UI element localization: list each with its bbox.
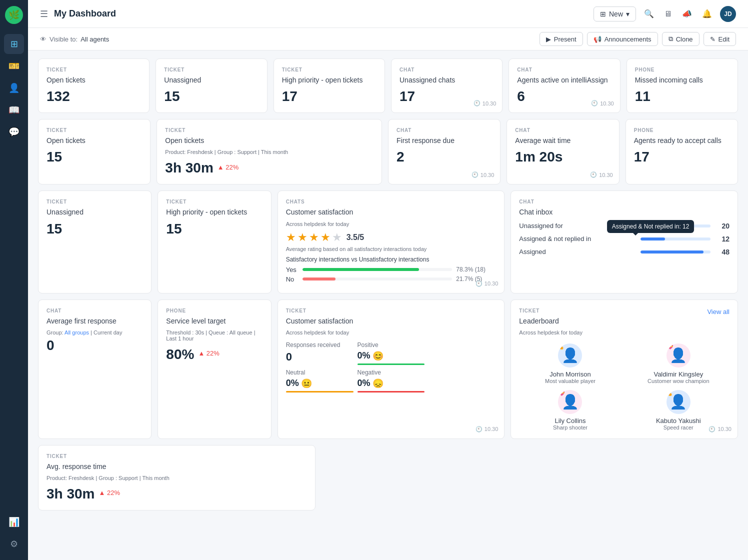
- leaderboard-grid: 👤 🏅 John Morrison Most valuable player 👤…: [519, 344, 730, 430]
- chat-icon: 💬: [8, 126, 20, 138]
- star-4: ★: [320, 231, 330, 244]
- clone-icon: ⧉: [668, 35, 673, 43]
- frown-icon: 😞: [372, 378, 384, 389]
- visibility-value: All agents: [80, 36, 109, 43]
- leader-lily-collins: 👤 💝 Lily Collins Sharp shooter: [519, 390, 621, 430]
- clock-icon-2: 🕙: [591, 100, 598, 106]
- card-customer-satisfaction-ticket: TICKET Customer satisfaction Across help…: [278, 300, 505, 439]
- topbar-left: ☰ My Dashboard: [40, 8, 116, 20]
- screen-share-icon[interactable]: 🖥: [662, 8, 674, 20]
- card-time-1: 🕙 10.30: [474, 100, 496, 106]
- sidebar-item-chat[interactable]: 💬: [4, 122, 24, 142]
- card-unassigned-chats: CHAT Unassigned chats 17 🕙 10.30: [391, 58, 502, 113]
- sidebar-item-tickets[interactable]: 🎫: [4, 56, 24, 76]
- star-rating: ★ ★ ★ ★ ★ 3.5/5: [286, 231, 496, 244]
- contacts-icon: 👤: [8, 82, 20, 94]
- settings-icon: ⚙: [10, 538, 18, 550]
- interactions-label: Satisfactory interactions vs Unsatisfact…: [286, 256, 496, 263]
- dashboard: TICKET Open tickets 132 TICKET Unassigne…: [28, 50, 748, 560]
- leaderboard-view-all[interactable]: View all: [707, 308, 730, 316]
- app-logo[interactable]: 🌿: [5, 6, 23, 24]
- star-5: ★: [332, 231, 342, 244]
- metric-row-3: TICKET Unassigned 15 TICKET High priorit…: [38, 190, 738, 293]
- dashboard-icon: ⊞: [10, 38, 18, 50]
- visibility-info: 👁 Visible to: All agents: [40, 36, 109, 43]
- card-high-priority-tickets: TICKET High priority - open tickets 17: [274, 58, 385, 113]
- card-avg-wait-time: CHAT Average wait time 1m 20s 🕙 10.30: [506, 119, 619, 184]
- tooltip-assigned-not-replied: Assigned & Not replied in: 12: [607, 220, 694, 233]
- tickets-icon: 🎫: [8, 60, 20, 72]
- sidebar-item-contacts[interactable]: 👤: [4, 78, 24, 98]
- positive-header-spacer: [428, 342, 496, 365]
- clock-icon-5: 🕙: [476, 280, 482, 287]
- smile-icon: 😊: [372, 350, 384, 362]
- user-avatar[interactable]: JD: [720, 6, 736, 22]
- card-avg-response-time: TICKET Open tickets Product: Freshdesk |…: [156, 119, 382, 184]
- subbar-actions: ▶ Present 📢 Announcements ⧉ Clone ✎ Edit: [540, 32, 736, 46]
- card-open-tickets-2: TICKET Open tickets 15: [38, 119, 150, 184]
- metric-row-4: CHAT Average first response Group: All g…: [38, 300, 738, 439]
- avg-label: Average rating based on all satisfactory…: [286, 246, 496, 252]
- card-customer-satisfaction-chat: CHATS Customer satisfaction Across helpd…: [278, 190, 505, 293]
- megaphone-icon[interactable]: 📣: [680, 7, 694, 20]
- metric-row-5: TICKET Avg. response time Product: Fresh…: [38, 445, 738, 510]
- edit-button[interactable]: ✎ Edit: [704, 32, 736, 46]
- star-3: ★: [309, 231, 319, 244]
- topbar: ☰ My Dashboard ⊞ New ▾ 🔍 🖥 📣 🔔 JD: [28, 0, 748, 28]
- card-avg-first-response: CHAT Average first response Group: All g…: [38, 300, 152, 439]
- topbar-right: ⊞ New ▾ 🔍 🖥 📣 🔔 JD: [594, 6, 736, 22]
- clock-icon: 🕙: [474, 100, 480, 106]
- clone-button[interactable]: ⧉ Clone: [662, 32, 700, 46]
- card-chat-inbox: CHAT Chat inbox Unassigned for 20 Assign…: [510, 190, 738, 293]
- card-unassigned-3: TICKET Unassigned 15: [38, 190, 152, 293]
- clock-icon-4: 🕙: [590, 172, 597, 178]
- sidebar-item-settings[interactable]: ⚙: [4, 534, 24, 554]
- chat-inbox-assigned: Assigned 48: [519, 248, 730, 256]
- sidebar-item-reports[interactable]: 📊: [4, 512, 24, 532]
- present-button[interactable]: ▶ Present: [540, 32, 583, 46]
- sidebar-item-knowledge[interactable]: 📖: [4, 100, 24, 120]
- chat-inbox-assigned-not-replied: Assigned & not replied in 12 Assigned & …: [519, 235, 730, 243]
- subbar: 👁 Visible to: All agents ▶ Present 📢 Ann…: [28, 28, 748, 50]
- sat-no-row: No 21.7% (5): [286, 276, 496, 283]
- card-leaderboard: TICKET Leaderboard Across helpdesk for t…: [510, 300, 738, 439]
- card-avg-response-ticket: TICKET Avg. response time Product: Fresh…: [38, 445, 316, 510]
- announcements-button[interactable]: 📢 Announcements: [587, 32, 658, 46]
- positive-satisfaction: Positive 0% 😊: [358, 342, 425, 365]
- edit-icon: ✎: [710, 36, 716, 43]
- new-button[interactable]: ⊞ New ▾: [594, 6, 636, 22]
- card-missed-calls: PHONE Missed incoming calls 11: [626, 58, 738, 113]
- main-content: ☰ My Dashboard ⊞ New ▾ 🔍 🖥 📣 🔔 JD 👁 Visi…: [28, 0, 748, 560]
- neutral-satisfaction: Neutral 0% 😐: [286, 369, 354, 392]
- reports-icon: 📊: [8, 516, 20, 528]
- card-unassigned-tickets: TICKET Unassigned 15: [156, 58, 267, 113]
- leader-valdimir-kingsley: 👤 💝 Valdimir Kingsley Customer wow champ…: [628, 344, 730, 384]
- neutral-icon: 😐: [301, 378, 312, 389]
- clock-icon-7: 🕙: [708, 426, 716, 432]
- bell-icon[interactable]: 🔔: [700, 7, 714, 20]
- search-icon[interactable]: 🔍: [642, 7, 656, 20]
- card-open-tickets: TICKET Open tickets 132: [38, 58, 150, 113]
- page-title: My Dashboard: [54, 8, 116, 19]
- negative-satisfaction: Negative 0% 😞: [358, 369, 425, 392]
- card-time-2: 🕙 10.30: [591, 100, 614, 106]
- clock-icon-3: 🕙: [472, 172, 478, 178]
- card-agents-intelliassign: CHAT Agents active on intelliAssign 6 🕙 …: [508, 58, 620, 113]
- leader-john-morrison: 👤 🏅 John Morrison Most valuable player: [519, 344, 621, 384]
- card-agents-ready: PHONE Agents ready to accept calls 17: [626, 119, 738, 184]
- sidebar: 🌿 ⊞ 🎫 👤 📖 💬 📊 ⚙: [0, 0, 28, 560]
- star-1: ★: [286, 231, 296, 244]
- star-2: ★: [298, 231, 308, 244]
- card-high-priority-3: TICKET High priority - open tickets 15: [158, 190, 271, 293]
- leader-kabuto-yakushi: 👤 🏅 Kabuto Yakushi Speed racer: [628, 390, 730, 430]
- logo-icon: 🌿: [8, 10, 20, 20]
- announcements-icon: 📢: [594, 36, 602, 43]
- menu-icon[interactable]: ☰: [40, 8, 48, 20]
- present-icon: ▶: [546, 36, 551, 43]
- card-first-response-due: CHAT First response due 2 🕙 10.30: [388, 119, 500, 184]
- metric-row-2: TICKET Open tickets 15 TICKET Open ticke…: [38, 119, 738, 184]
- avg-first-resp-subtitle: Group: All groups | Current day: [46, 330, 143, 336]
- knowledge-icon: 📖: [8, 104, 20, 116]
- sidebar-item-dashboard[interactable]: ⊞: [4, 34, 24, 54]
- clock-icon-6: 🕙: [476, 426, 482, 432]
